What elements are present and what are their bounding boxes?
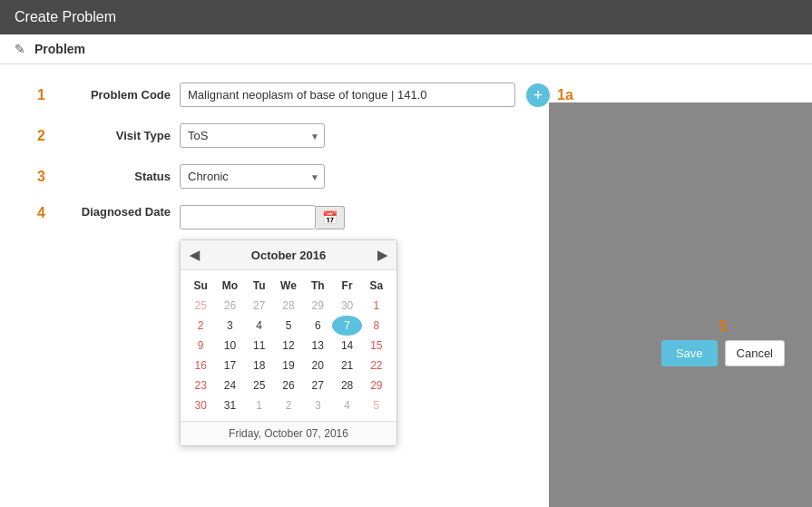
calendar-day[interactable]: 30	[186, 395, 215, 415]
calendar-day[interactable]: 26	[274, 375, 303, 395]
calendar-day[interactable]: 6	[303, 316, 332, 336]
visit-type-control: ToS New Follow-up ▼	[180, 123, 325, 148]
calendar-day[interactable]: 1	[245, 395, 274, 415]
calendar-grid: Su Mo Tu We Th Fr Sa 252	[181, 270, 396, 421]
page-title: Create Problem	[15, 9, 116, 24]
step4-number: 4	[27, 205, 45, 221]
calendar-day[interactable]: 17	[215, 356, 244, 375]
save-button[interactable]: Save	[661, 340, 718, 366]
diagnosed-date-label: Diagnosed Date	[53, 205, 171, 219]
calendar-day[interactable]: 10	[215, 336, 244, 356]
day-header-th: Th	[303, 276, 332, 296]
cancel-button[interactable]: Cancel	[725, 340, 785, 366]
calendar-header: ◀ October 2016 ▶	[181, 240, 396, 270]
step5-area: 5 Save Cancel	[661, 318, 785, 366]
visit-type-wrapper: ToS New Follow-up ▼	[180, 123, 325, 148]
calendar-week-row: 9101112131415	[186, 336, 391, 356]
calendar-day[interactable]: 26	[215, 296, 244, 316]
problem-code-label: Problem Code	[53, 88, 171, 102]
calendar-toggle-button[interactable]: 📅	[316, 206, 345, 229]
calendar-selected-date: Friday, October 07, 2016	[229, 427, 348, 440]
date-input-wrapper: 📅 ◀ October 2016 ▶	[180, 205, 345, 229]
step5-number: 5	[661, 318, 785, 335]
tab-label: Problem	[34, 42, 85, 56]
calendar-week-row: 2345678	[186, 316, 391, 336]
title-bar: Create Problem	[0, 0, 812, 34]
calendar-day[interactable]: 28	[274, 296, 303, 316]
calendar-day[interactable]: 1	[362, 296, 391, 316]
calendar-day[interactable]: 27	[303, 375, 332, 395]
calendar-day[interactable]: 13	[303, 336, 332, 356]
calendar-day[interactable]: 2	[274, 395, 303, 415]
calendar-day[interactable]: 24	[215, 375, 244, 395]
status-control: Chronic Acute Resolved ▼	[180, 164, 325, 189]
calendar-day[interactable]: 20	[303, 356, 332, 375]
calendar-day[interactable]: 29	[362, 375, 391, 395]
calendar-day[interactable]: 29	[303, 296, 332, 316]
calendar-day[interactable]: 21	[332, 356, 361, 375]
calendar-day[interactable]: 25	[245, 375, 274, 395]
calendar-day[interactable]: 14	[332, 336, 361, 356]
tab-bar: ✎ Problem	[0, 34, 812, 64]
calendar-day[interactable]: 28	[332, 375, 361, 395]
calendar-day[interactable]: 8	[362, 316, 391, 336]
status-wrapper: Chronic Acute Resolved ▼	[180, 164, 325, 189]
day-header-mo: Mo	[215, 276, 244, 296]
calendar-week-row: 23242526272829	[186, 375, 391, 395]
add-problem-button[interactable]: +	[526, 83, 550, 107]
calendar-day[interactable]: 5	[274, 316, 303, 336]
calendar-popup: ◀ October 2016 ▶ Su Mo Tu	[180, 239, 397, 446]
right-gray-panel	[549, 102, 812, 507]
calendar-day[interactable]: 23	[186, 375, 215, 395]
calendar-day[interactable]: 4	[245, 316, 274, 336]
day-header-sa: Sa	[362, 276, 391, 296]
main-content: ✎ Problem 1 Problem Code + 1a 2	[0, 34, 812, 503]
calendar-week-row: 2526272829301	[186, 296, 391, 316]
calendar-month-year: October 2016	[251, 249, 326, 262]
action-buttons: Save Cancel	[661, 340, 785, 366]
form-container: 1 Problem Code + 1a 2 Visit Type	[0, 64, 812, 264]
visit-type-select[interactable]: ToS New Follow-up	[180, 123, 325, 148]
step1-number: 1	[27, 87, 45, 103]
day-header-we: We	[274, 276, 303, 296]
calendar-day-headers: Su Mo Tu We Th Fr Sa	[186, 276, 391, 296]
calendar-day[interactable]: 2	[186, 316, 215, 336]
diagnosed-date-control: 📅 ◀ October 2016 ▶	[180, 205, 345, 229]
calendar-day[interactable]: 3	[215, 316, 244, 336]
day-header-tu: Tu	[245, 276, 274, 296]
calendar-day[interactable]: 12	[274, 336, 303, 356]
calendar-day[interactable]: 25	[186, 296, 215, 316]
visit-type-label: Visit Type	[53, 129, 171, 142]
calendar-day[interactable]: 15	[362, 336, 391, 356]
calendar-day[interactable]: 22	[362, 356, 391, 375]
calendar-footer: Friday, October 07, 2016	[181, 421, 396, 445]
calendar-day[interactable]: 31	[215, 395, 244, 415]
status-label: Status	[53, 170, 171, 183]
problem-code-input[interactable]	[180, 83, 515, 107]
calendar-day[interactable]: 9	[186, 336, 215, 356]
day-header-fr: Fr	[332, 276, 361, 296]
day-header-su: Su	[186, 276, 215, 296]
status-select[interactable]: Chronic Acute Resolved	[180, 164, 325, 189]
calendar-day[interactable]: 16	[186, 356, 215, 375]
calendar-week-row: 16171819202122	[186, 356, 391, 375]
calendar-day[interactable]: 11	[245, 336, 274, 356]
calendar-day[interactable]: 27	[245, 296, 274, 316]
calendar-day[interactable]: 19	[274, 356, 303, 375]
step2-number: 2	[27, 128, 45, 144]
calendar-day[interactable]: 4	[332, 395, 361, 415]
calendar-day[interactable]: 18	[245, 356, 274, 375]
calendar-day[interactable]: 30	[332, 296, 361, 316]
calendar-day[interactable]: 3	[303, 395, 332, 415]
calendar-day[interactable]: 7	[332, 316, 361, 336]
step3-number: 3	[27, 169, 45, 185]
calendar-day[interactable]: 5	[362, 395, 391, 415]
edit-icon: ✎	[15, 42, 25, 56]
calendar-weeks: 2526272829301234567891011121314151617181…	[186, 296, 391, 415]
calendar-week-row: 303112345	[186, 395, 391, 415]
diagnosed-date-input[interactable]	[180, 205, 316, 229]
calendar-next-button[interactable]: ▶	[377, 248, 387, 262]
step1a-label: 1a	[557, 87, 573, 103]
calendar-prev-button[interactable]: ◀	[190, 248, 200, 262]
left-panel: ✎ Problem 1 Problem Code + 1a 2	[0, 34, 812, 503]
